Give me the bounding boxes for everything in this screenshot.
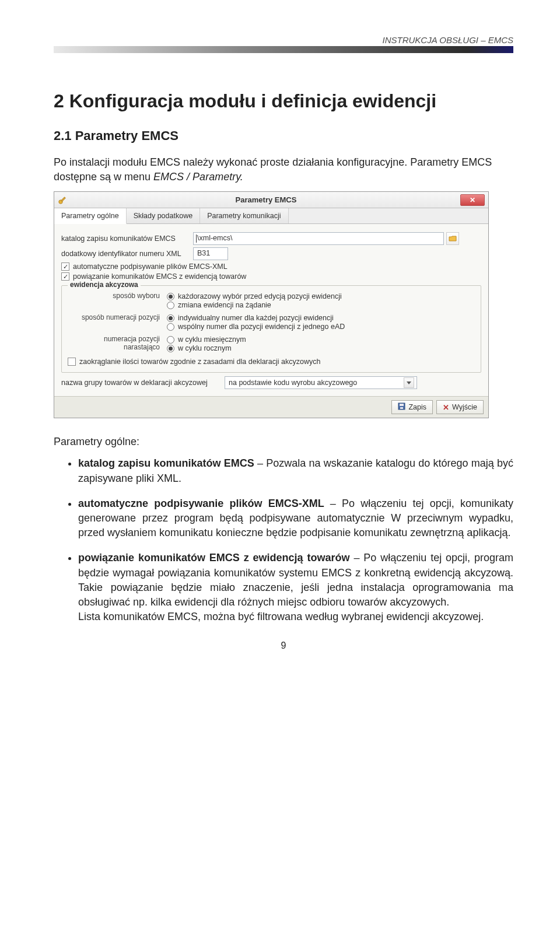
tab-general[interactable]: Parametry ogólne <box>54 208 127 224</box>
dialog-title-text: Parametry EMCS <box>72 195 460 204</box>
selection-method-opt1[interactable]: każdorazowy wybór przed edycją pozycji e… <box>167 292 475 300</box>
exit-button-label: Wyjście <box>452 403 477 411</box>
section-title: 2 Konfiguracja modułu i definicja ewiden… <box>54 90 513 112</box>
bullet-tail: Lista komunikatów EMCS, można być filtro… <box>78 611 484 622</box>
close-button[interactable]: ✕ <box>460 194 485 206</box>
opt-text: zmiana ewidencji na żądanie <box>178 301 271 309</box>
opt-text: każdorazowy wybór przed edycją pozycji e… <box>178 292 342 300</box>
numbering-method-opt2[interactable]: wspólny numer dla pozycji ewidencji z je… <box>167 323 475 331</box>
xml-id-input[interactable]: B31 <box>193 247 228 260</box>
key-icon <box>58 195 67 205</box>
dialog-footer: Zapis ✕ Wyjście <box>54 396 488 418</box>
opt-text: indywidualny numer dla każdej pozycji ew… <box>178 314 334 322</box>
numbering-cycle-label: numeracja pozycji narastająco <box>68 335 167 351</box>
subsection-title: 2.1 Parametry EMCS <box>54 128 513 144</box>
browse-folder-button[interactable] <box>446 232 459 245</box>
rounding-label: zaokrąglanie ilości towarów zgodnie z za… <box>79 358 320 366</box>
intro-menu-path: EMCS / Parametry. <box>153 171 243 183</box>
xml-id-label: dodatkowy identyfikator numeru XML <box>61 250 193 258</box>
combo-value: na podstawie kodu wyrobu akcyzowego <box>229 379 404 387</box>
opt-text: w cyklu rocznym <box>178 344 232 352</box>
numbering-method-opt1[interactable]: indywidualny numer dla każdej pozycji ew… <box>167 314 475 322</box>
bullet-link-records: powiązanie komunikatów EMCS z ewidencją … <box>78 551 513 624</box>
chevron-down-icon <box>404 377 414 388</box>
dialog-titlebar: Parametry EMCS ✕ <box>54 192 488 208</box>
params-bullet-list: katalog zapisu komunikatów EMCS – Pozwal… <box>54 456 513 624</box>
tab-communication[interactable]: Parametry komunikacji <box>200 208 288 223</box>
intro-paragraph: Po instalacji modułu EMCS należy wykonać… <box>54 155 513 184</box>
intro-text: Po instalacji modułu EMCS należy wykonać… <box>54 156 492 183</box>
params-general-heading: Parametry ogólne: <box>54 436 513 448</box>
page-header: INSTRUKCJA OBSŁUGI – EMCS <box>54 35 513 45</box>
page-number: 9 <box>54 640 513 651</box>
dialog-tabs: Parametry ogólne Składy podatkowe Parame… <box>54 208 488 224</box>
params-general-heading-text: Parametry ogólne: <box>54 436 139 447</box>
parameters-dialog: Parametry EMCS ✕ Parametry ogólne Składy… <box>54 191 489 418</box>
save-icon <box>398 402 405 412</box>
tab-warehouses[interactable]: Składy podatkowe <box>127 208 200 223</box>
opt-text: wspólny numer dla pozycji ewidencji z je… <box>178 323 345 331</box>
header-rule <box>54 46 513 53</box>
dialog-panel: katalog zapisu komunikatów EMCS \xml-emc… <box>54 224 488 396</box>
excise-fieldset: ewidencja akcyzowa sposób wyboru każdora… <box>61 285 481 373</box>
radio-icon <box>167 302 174 309</box>
checkbox-icon <box>61 272 69 281</box>
bullet-save-path: katalog zapisu komunikatów EMCS – Pozwal… <box>78 456 513 485</box>
rounding-checkbox[interactable]: zaokrąglanie ilości towarów zgodnie z za… <box>68 358 475 366</box>
save-button[interactable]: Zapis <box>391 400 433 414</box>
group-name-combo[interactable]: na podstawie kodu wyrobu akcyzowego <box>225 376 417 389</box>
radio-icon <box>167 293 174 300</box>
bullet-term: powiązanie komunikatów EMCS z ewidencją … <box>78 552 350 564</box>
svg-rect-3 <box>400 404 404 406</box>
numbering-cycle-opt2[interactable]: w cyklu rocznym <box>167 344 475 352</box>
opt-text: w cyklu miesięcznym <box>178 335 246 344</box>
bullet-term: automatyczne podpisywanie plików EMCS-XM… <box>78 498 324 509</box>
numbering-cycle-opt1[interactable]: w cyklu miesięcznym <box>167 335 475 344</box>
radio-icon <box>167 345 174 352</box>
bullet-auto-sign: automatyczne podpisywanie plików EMCS-XM… <box>78 496 513 541</box>
auto-sign-checkbox[interactable]: automatyczne podpisywanie plików EMCS-XM… <box>61 262 481 271</box>
close-icon: ✕ <box>443 403 449 412</box>
fieldset-legend: ewidencja akcyzowa <box>68 281 141 289</box>
save-button-label: Zapis <box>408 403 426 411</box>
radio-icon <box>167 314 174 322</box>
numbering-method-label: sposób numeracji pozycji <box>68 313 167 321</box>
exit-button[interactable]: ✕ Wyjście <box>436 400 484 414</box>
radio-icon <box>167 336 174 344</box>
auto-sign-label: automatyczne podpisywanie plików EMCS-XM… <box>73 262 228 271</box>
group-name-label: nazwa grupy towarów w deklaracji akcyzow… <box>61 379 225 387</box>
selection-method-opt2[interactable]: zmiana ewidencji na żądanie <box>167 301 475 309</box>
svg-rect-4 <box>400 407 403 409</box>
checkbox-icon <box>68 358 76 366</box>
svg-rect-1 <box>61 197 65 201</box>
link-records-label: powiązanie komunikatów EMCS z ewidencją … <box>73 272 246 281</box>
bullet-term: katalog zapisu komunikatów EMCS <box>78 457 254 469</box>
emcs-save-path-label: katalog zapisu komunikatów EMCS <box>61 235 193 243</box>
checkbox-icon <box>61 262 69 271</box>
link-records-checkbox[interactable]: powiązanie komunikatów EMCS z ewidencją … <box>61 272 481 281</box>
selection-method-label: sposób wyboru <box>68 292 167 300</box>
radio-icon <box>167 323 174 331</box>
emcs-save-path-input[interactable]: \xml-emcs\ <box>193 232 444 245</box>
